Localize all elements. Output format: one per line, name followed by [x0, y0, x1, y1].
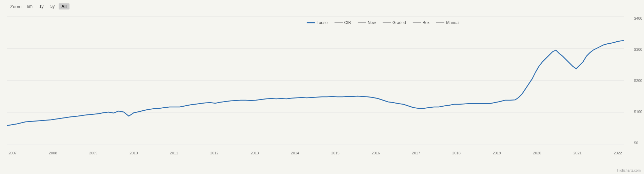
highcharts-credit: Highcharts.com	[617, 169, 641, 172]
chart-area: $400 $300 $200 $100 $0 2007 2008 2009 20…	[7, 16, 624, 145]
y-axis-labels: $400 $300 $200 $100 $0	[634, 16, 642, 145]
chart-container: Zoom 6m 1y 5y All Loose CIB New Graded B…	[0, 0, 644, 174]
zoom-6m-button[interactable]: 6m	[24, 3, 35, 9]
x-label-2015: 2015	[331, 151, 339, 155]
x-label-2012: 2012	[210, 151, 218, 155]
x-label-2011: 2011	[170, 151, 178, 155]
zoom-all-button[interactable]: All	[59, 3, 69, 9]
x-label-2019: 2019	[492, 151, 501, 155]
x-label-2020: 2020	[533, 151, 541, 155]
y-label-300: $300	[634, 47, 642, 51]
y-label-400: $400	[634, 16, 642, 20]
zoom-controls: Zoom 6m 1y 5y All	[7, 3, 624, 9]
y-label-100: $100	[634, 110, 642, 114]
x-axis-labels: 2007 2008 2009 2010 2011 2012 2013 2014 …	[7, 151, 624, 155]
x-label-2021: 2021	[573, 151, 581, 155]
x-label-2016: 2016	[371, 151, 380, 155]
x-label-2007: 2007	[8, 151, 17, 155]
x-label-2008: 2008	[49, 151, 57, 155]
chart-svg	[7, 16, 624, 145]
zoom-1y-button[interactable]: 1y	[37, 3, 46, 9]
zoom-label: Zoom	[10, 4, 21, 9]
x-label-2018: 2018	[452, 151, 460, 155]
x-label-2017: 2017	[412, 151, 420, 155]
x-label-2013: 2013	[250, 151, 259, 155]
y-label-0: $0	[634, 141, 642, 145]
zoom-5y-button[interactable]: 5y	[48, 3, 58, 9]
x-label-2009: 2009	[89, 151, 97, 155]
x-label-2014: 2014	[291, 151, 299, 155]
x-label-2022: 2022	[613, 151, 622, 155]
x-label-2010: 2010	[129, 151, 138, 155]
y-label-200: $200	[634, 79, 642, 83]
